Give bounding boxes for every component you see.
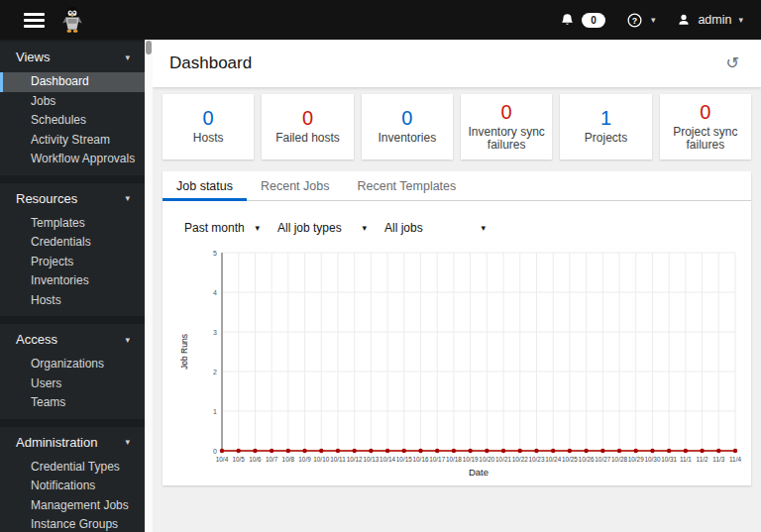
nav-section-label: Views [16, 50, 50, 64]
page-header: Dashboard ↺ [153, 40, 761, 87]
history-icon[interactable]: ↺ [726, 55, 739, 71]
sidebar-item-credentials[interactable]: Credentials [0, 233, 145, 253]
summary-card-value[interactable]: 0 [401, 108, 412, 129]
help-menu-button[interactable]: ? ▾ [627, 13, 656, 28]
summary-card-value[interactable]: 0 [302, 108, 313, 129]
sidebar-item-label: Credentials [31, 235, 91, 249]
svg-text:11/1: 11/1 [680, 456, 692, 463]
sidebar-item-label: Hosts [31, 293, 61, 307]
svg-text:10/30: 10/30 [644, 456, 660, 463]
summary-card-projects[interactable]: 1 Projects [560, 94, 651, 160]
page-title: Dashboard [169, 53, 252, 73]
sidebar-item-jobs[interactable]: Jobs [0, 92, 145, 112]
sidebar-item-inventories[interactable]: Inventories [0, 271, 145, 291]
sidebar-item-label: Credential Types [31, 460, 120, 474]
tab-label: Recent Templates [357, 179, 456, 193]
caret-down-icon: ▾ [481, 223, 486, 233]
sidebar-item-management-jobs[interactable]: Management Jobs [0, 496, 145, 516]
sidebar-item-activity-stream[interactable]: Activity Stream [0, 131, 145, 151]
app-shell: Views ▾ Dashboard Jobs Schedules Activit… [0, 40, 761, 532]
sidebar-item-label: Organizations [31, 357, 104, 371]
svg-text:10/7: 10/7 [266, 456, 278, 463]
tab-recent-jobs[interactable]: Recent Jobs [247, 171, 343, 201]
summary-card-project-sync-failures[interactable]: 0 Project sync failures [660, 94, 751, 160]
sidebar-item-workflow-approvals[interactable]: Workflow Approvals [0, 150, 145, 169]
caret-down-icon: ▾ [255, 223, 260, 233]
summary-card-inventories[interactable]: 0 Inventories [362, 94, 453, 160]
summary-card-failed-hosts[interactable]: 0 Failed hosts [262, 94, 353, 160]
svg-text:10/9: 10/9 [298, 456, 311, 463]
svg-text:2: 2 [213, 369, 217, 375]
svg-text:10/18: 10/18 [446, 456, 462, 463]
svg-text:10/31: 10/31 [661, 456, 677, 463]
awx-penguin-logo-icon [58, 5, 86, 35]
sidebar-item-label: Management Jobs [31, 498, 129, 512]
sidebar-item-teams[interactable]: Teams [0, 393, 145, 413]
sidebar-item-organizations[interactable]: Organizations [0, 355, 145, 374]
nav-section-resources: Resources ▾ Templates Credentials Projec… [0, 183, 145, 317]
sidebar-item-users[interactable]: Users [0, 374, 145, 394]
nav-toggle-hamburger-icon[interactable] [24, 13, 45, 28]
notifications-button[interactable]: 0 [560, 13, 605, 28]
sidebar-item-templates[interactable]: Templates [0, 214, 145, 234]
nav-section-toggle-resources[interactable]: Resources ▾ [0, 183, 145, 214]
awx-logo[interactable] [58, 5, 86, 35]
svg-text:10/19: 10/19 [463, 456, 479, 463]
sidebar-item-schedules[interactable]: Schedules [0, 111, 145, 131]
svg-text:10/25: 10/25 [562, 456, 578, 463]
summary-card-hosts[interactable]: 0 Hosts [163, 94, 254, 160]
summary-card-label: Hosts [193, 132, 224, 146]
svg-text:10/12: 10/12 [347, 456, 363, 463]
summary-card-label: Inventory sync failures [467, 126, 546, 153]
summary-card-inventory-sync-failures[interactable]: 0 Inventory sync failures [461, 94, 552, 160]
svg-text:10/21: 10/21 [495, 456, 511, 463]
summary-card-value[interactable]: 0 [700, 102, 710, 123]
sidebar-scrollbar-thumb[interactable] [146, 41, 152, 54]
svg-text:10/16: 10/16 [413, 456, 429, 463]
sidebar-item-notifications[interactable]: Notifications [0, 477, 145, 496]
filter-past-month-dropdown[interactable]: Past month ▾ [184, 221, 260, 235]
nav-section-label: Administration [16, 435, 97, 450]
svg-text:Job Runs: Job Runs [179, 334, 189, 370]
filter-value: Past month [184, 221, 245, 235]
filter-all-job-types-dropdown[interactable]: All job types ▾ [277, 221, 367, 235]
svg-text:5: 5 [213, 250, 217, 257]
job-runs-chart-container: 01234510/410/510/610/710/810/910/1010/11… [163, 235, 751, 482]
svg-text:10/5: 10/5 [232, 456, 245, 463]
sidebar-item-label: Activity Stream [31, 133, 110, 147]
tab-job-status[interactable]: Job status [163, 171, 247, 201]
sidebar-item-dashboard[interactable]: Dashboard [0, 72, 145, 92]
nav-section-toggle-administration[interactable]: Administration ▾ [0, 427, 145, 458]
chevron-down-icon: ▾ [651, 15, 656, 25]
sidebar-item-projects[interactable]: Projects [0, 253, 145, 272]
summary-card-label: Projects [585, 132, 627, 146]
svg-text:10/15: 10/15 [396, 456, 412, 463]
sidebar-item-label: Inventories [31, 273, 89, 287]
sidebar-item-label: Schedules [31, 113, 86, 127]
svg-text:10/28: 10/28 [611, 456, 627, 463]
sidebar-item-label: Instance Groups [31, 517, 118, 531]
summary-card-value[interactable]: 1 [600, 108, 611, 129]
svg-text:10/10: 10/10 [313, 456, 329, 463]
sidebar-item-credential-types[interactable]: Credential Types [0, 458, 145, 478]
sidebar-item-instance-groups[interactable]: Instance Groups [0, 515, 145, 532]
sidebar-item-label: Dashboard [31, 74, 89, 88]
svg-text:10/23: 10/23 [528, 456, 544, 463]
sidebar-item-label: Users [31, 376, 61, 390]
summary-card-value[interactable]: 0 [203, 108, 214, 129]
summary-card-value[interactable]: 0 [501, 102, 512, 123]
awx-app: 0 ? ▾ admin ▾ Views ▾ Dashb [0, 0, 761, 532]
sidebar-item-hosts[interactable]: Hosts [0, 291, 145, 311]
filter-all-jobs-dropdown[interactable]: All jobs ▾ [384, 221, 486, 235]
filter-value: All jobs [384, 221, 423, 235]
sidebar-item-label: Teams [31, 395, 65, 409]
question-circle-icon: ? [627, 13, 642, 28]
nav-section-toggle-access[interactable]: Access ▾ [0, 324, 145, 355]
job-status-panel: Job status Recent Jobs Recent Templates … [163, 171, 751, 485]
notification-count-badge: 0 [582, 13, 605, 28]
nav-section-toggle-views[interactable]: Views ▾ [0, 42, 145, 72]
user-menu-button[interactable]: admin ▾ [677, 13, 743, 27]
tab-recent-templates[interactable]: Recent Templates [343, 171, 470, 201]
svg-text:11/3: 11/3 [712, 456, 724, 463]
sidebar-scrollbar[interactable] [145, 40, 153, 532]
